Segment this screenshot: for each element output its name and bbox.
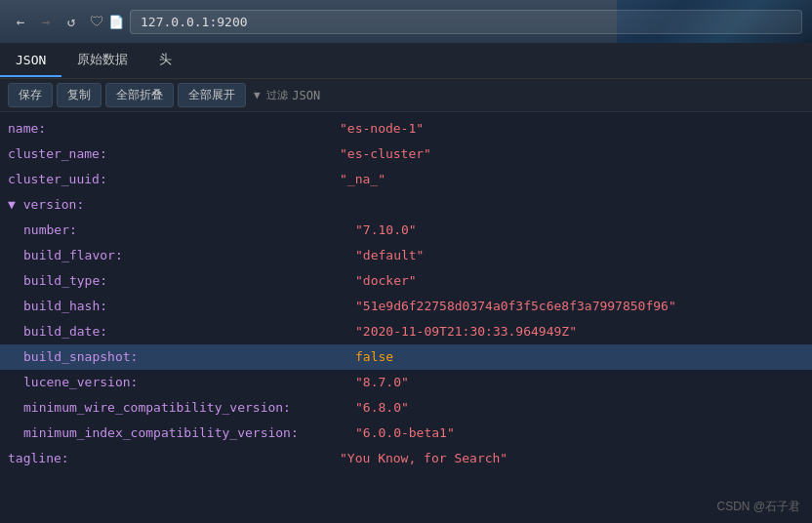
json-value: false bbox=[355, 346, 393, 368]
filter-label: JSON bbox=[292, 89, 320, 102]
json-key: build_type: bbox=[23, 270, 355, 292]
json-row: build_type:"docker" bbox=[0, 268, 812, 294]
json-key: build_date: bbox=[23, 321, 355, 342]
json-value: "default" bbox=[355, 245, 424, 266]
json-row: lucene_version:"8.7.0" bbox=[0, 370, 812, 395]
address-bar-container: 🛡 📄 127.0.0.1:9200 bbox=[90, 10, 802, 34]
json-value: "You Know, for Search" bbox=[340, 448, 508, 469]
devtools-tabs: JSON 原始数据 头 bbox=[0, 43, 812, 79]
json-key: tagline: bbox=[8, 448, 340, 469]
copy-button[interactable]: 复制 bbox=[57, 83, 102, 107]
refresh-button[interactable]: ↺ bbox=[61, 11, 82, 32]
page-icon: 📄 bbox=[108, 15, 124, 29]
tab-raw[interactable]: 原始数据 bbox=[61, 43, 143, 78]
address-bar[interactable]: 127.0.0.1:9200 bbox=[130, 10, 802, 34]
json-value: "es-node-1" bbox=[340, 118, 424, 140]
filter-container: ▼ 过滤 JSON bbox=[254, 88, 320, 102]
shield-icon: 🛡 bbox=[90, 13, 104, 30]
json-key: cluster_name: bbox=[8, 143, 340, 165]
json-row: build_flavor:"default" bbox=[0, 243, 812, 268]
json-row: build_date:"2020-11-09T21:30:33.964949Z" bbox=[0, 319, 812, 344]
forward-button[interactable]: → bbox=[35, 11, 57, 32]
json-value: "es-cluster" bbox=[340, 143, 431, 165]
browser-toolbar: ← → ↺ 🛡 📄 127.0.0.1:9200 bbox=[0, 0, 812, 43]
tab-json[interactable]: JSON bbox=[0, 45, 61, 77]
json-row: cluster_name:"es-cluster" bbox=[0, 141, 812, 167]
back-button[interactable]: ← bbox=[10, 11, 31, 32]
json-key: minimum_wire_compatibility_version: bbox=[23, 397, 355, 419]
security-icons: 🛡 📄 bbox=[90, 13, 124, 30]
json-row: tagline:"You Know, for Search" bbox=[0, 446, 812, 471]
json-key: build_hash: bbox=[23, 296, 355, 317]
json-value: "docker" bbox=[355, 270, 417, 292]
json-value: "2020-11-09T21:30:33.964949Z" bbox=[355, 321, 577, 342]
json-key: ▼ version: bbox=[8, 194, 340, 216]
json-value: "8.7.0" bbox=[355, 372, 409, 393]
json-toolbar: 保存 复制 全部折叠 全部展开 ▼ 过滤 JSON bbox=[0, 79, 812, 112]
collapse-all-button[interactable]: 全部折叠 bbox=[105, 83, 174, 107]
json-value: "_na_" bbox=[340, 169, 386, 190]
json-value: "51e9d6f22758d0374a0f3f5c6e8f3a7997850f9… bbox=[355, 296, 676, 317]
json-key: minimum_index_compatibility_version: bbox=[23, 422, 355, 444]
json-row: ▼ version: bbox=[0, 192, 812, 218]
json-row: name:"es-node-1" bbox=[0, 116, 812, 141]
json-row: build_snapshot:false bbox=[0, 344, 812, 370]
json-row: build_hash:"51e9d6f22758d0374a0f3f5c6e8f… bbox=[0, 294, 812, 319]
json-row: minimum_wire_compatibility_version:"6.8.… bbox=[0, 395, 812, 421]
json-value: "7.10.0" bbox=[355, 220, 417, 241]
filter-icon: ▼ 过滤 bbox=[254, 88, 288, 102]
tab-headers[interactable]: 头 bbox=[143, 43, 187, 78]
watermark: CSDN @石子君 bbox=[716, 499, 800, 515]
json-key: build_snapshot: bbox=[23, 346, 355, 368]
json-row: number:"7.10.0" bbox=[0, 218, 812, 243]
json-key: lucene_version: bbox=[23, 372, 355, 393]
json-row: minimum_index_compatibility_version:"6.0… bbox=[0, 421, 812, 446]
json-key: number: bbox=[23, 220, 355, 241]
json-key: build_flavor: bbox=[23, 245, 355, 266]
json-value: "6.0.0-beta1" bbox=[355, 422, 455, 444]
expand-all-button[interactable]: 全部展开 bbox=[178, 83, 246, 107]
json-row: cluster_uuid:"_na_" bbox=[0, 167, 812, 192]
json-value: "6.8.0" bbox=[355, 397, 409, 419]
json-key: cluster_uuid: bbox=[8, 169, 340, 190]
save-button[interactable]: 保存 bbox=[8, 83, 53, 107]
json-key: name: bbox=[8, 118, 340, 140]
json-content[interactable]: name:"es-node-1"cluster_name:"es-cluster… bbox=[0, 112, 812, 523]
nav-buttons: ← → ↺ bbox=[10, 11, 82, 32]
